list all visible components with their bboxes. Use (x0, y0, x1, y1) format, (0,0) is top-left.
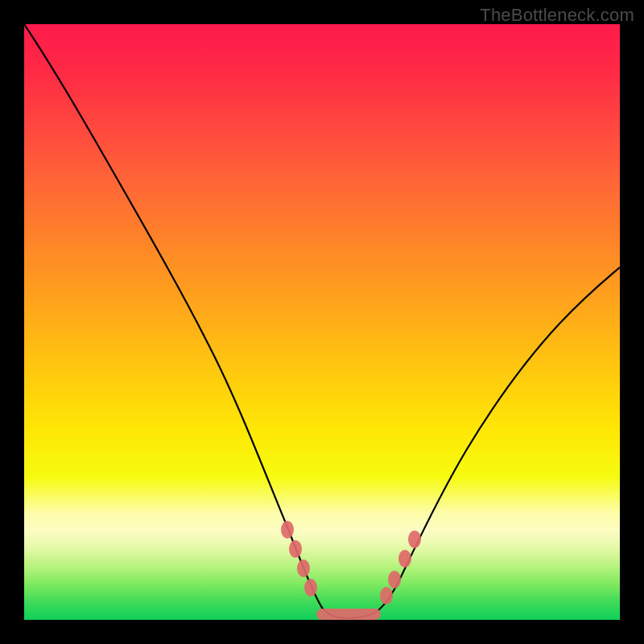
marker-dot (398, 550, 411, 568)
marker-dot (297, 559, 310, 577)
marker-group-right (380, 530, 421, 605)
marker-dot (408, 530, 421, 548)
marker-bar (316, 609, 381, 620)
marker-group-trough (316, 609, 381, 620)
curve-layer (24, 24, 620, 620)
watermark-text: TheBottleneck.com (480, 5, 634, 26)
bottleneck-curve (24, 24, 620, 618)
chart-frame: TheBottleneck.com (0, 0, 644, 644)
marker-dot (388, 571, 401, 588)
plot-area (24, 24, 620, 620)
marker-dot (281, 521, 294, 539)
marker-dot (304, 579, 317, 597)
marker-dot (380, 587, 393, 605)
marker-dot (289, 540, 302, 558)
